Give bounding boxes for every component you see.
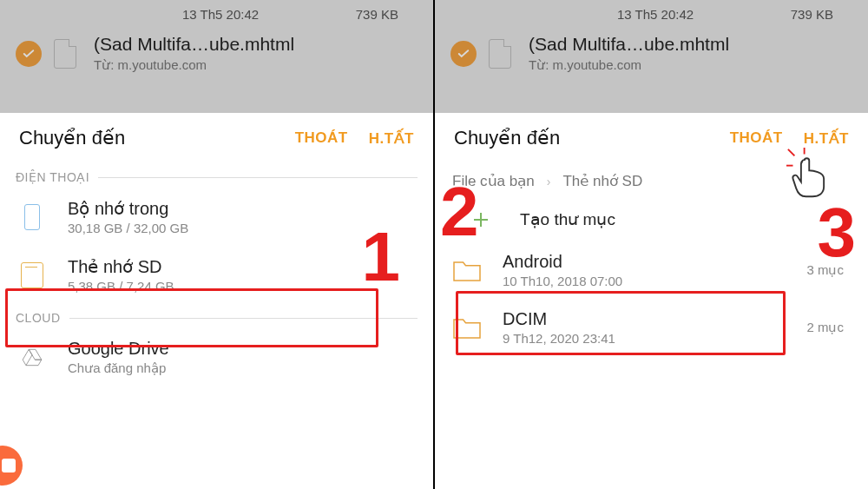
step-number-1: 1 xyxy=(362,217,401,297)
background-dimmed: 13 Th5 20:42 739 KB (Sad Multifa…ube.mht… xyxy=(435,0,868,113)
bg-source: Từ: m.youtube.com xyxy=(94,57,294,73)
bg-source: Từ: m.youtube.com xyxy=(529,57,729,73)
folder-subtitle: 10 Th10, 2018 07:00 xyxy=(503,274,622,288)
step-number-2: 2 xyxy=(440,172,479,252)
file-icon xyxy=(54,39,76,69)
folder-dcim[interactable]: DCIM 9 Th12, 2020 23:41 2 mục xyxy=(435,299,868,356)
create-folder-label: Tạo thư mục xyxy=(520,209,615,229)
bg-filename: (Sad Multifa…ube.mhtml xyxy=(529,34,729,55)
sd-card-icon xyxy=(16,259,49,292)
folder-name: DCIM xyxy=(503,309,615,329)
folder-subtitle: 9 Th12, 2020 23:41 xyxy=(503,331,615,346)
svg-line-0 xyxy=(788,149,795,156)
step-number-3: 3 xyxy=(818,193,857,273)
panel-right: 13 Th5 20:42 739 KB (Sad Multifa…ube.mht… xyxy=(435,0,868,489)
folder-icon xyxy=(450,254,483,287)
bg-timestamp: 13 Th5 20:42 xyxy=(617,7,694,22)
drive-title: Google Drive xyxy=(68,339,169,359)
sd-title: Thẻ nhớ SD xyxy=(68,256,174,277)
sheet-title: Chuyển đến xyxy=(19,127,125,149)
folder-name: Android xyxy=(503,252,622,272)
chevron-right-icon: › xyxy=(547,175,551,188)
panel-left: 13 Th5 20:42 739 KB (Sad Multifa…ube.mht… xyxy=(0,0,433,489)
checkmark-icon xyxy=(16,41,42,67)
phone-icon xyxy=(16,201,49,234)
section-phone-label: ĐIỆN THOẠI xyxy=(0,163,433,188)
background-dimmed: 13 Th5 20:42 739 KB (Sad Multifa…ube.mht… xyxy=(0,0,433,113)
internal-subtitle: 30,18 GB / 32,00 GB xyxy=(68,221,188,235)
cancel-button[interactable]: THOÁT xyxy=(730,129,783,148)
hand-pointer-icon xyxy=(786,148,838,200)
folder-count: 2 mục xyxy=(806,320,844,335)
folder-icon xyxy=(450,311,483,344)
checkmark-icon xyxy=(450,41,477,67)
sd-subtitle: 5,38 GB / 7,24 GB xyxy=(68,279,174,294)
done-button[interactable]: H.TẤT xyxy=(369,129,414,148)
drive-subtitle: Chưa đăng nhập xyxy=(68,360,169,376)
bg-timestamp: 13 Th5 20:42 xyxy=(182,7,259,22)
file-icon xyxy=(489,39,511,69)
google-drive-icon xyxy=(16,341,49,374)
bg-filesize: 739 KB xyxy=(356,7,398,22)
sheet-title: Chuyển đến xyxy=(454,127,560,149)
storage-google-drive[interactable]: Google Drive Chưa đăng nhập xyxy=(0,328,433,387)
move-to-sheet: Chuyển đến THOÁT H.TẤT ĐIỆN THOẠI Bộ nhớ… xyxy=(0,113,433,489)
bg-filesize: 739 KB xyxy=(791,7,833,22)
breadcrumb-current: Thẻ nhớ SD xyxy=(562,172,642,190)
cancel-button[interactable]: THOÁT xyxy=(295,129,348,148)
bg-filename: (Sad Multifa…ube.mhtml xyxy=(94,34,294,55)
internal-title: Bộ nhớ trong xyxy=(68,198,188,219)
folder-android[interactable]: Android 10 Th10, 2018 07:00 3 mục xyxy=(435,241,868,299)
create-folder-button[interactable]: Tạo thư mục xyxy=(435,197,868,241)
section-cloud-label: CLOUD xyxy=(0,304,433,328)
